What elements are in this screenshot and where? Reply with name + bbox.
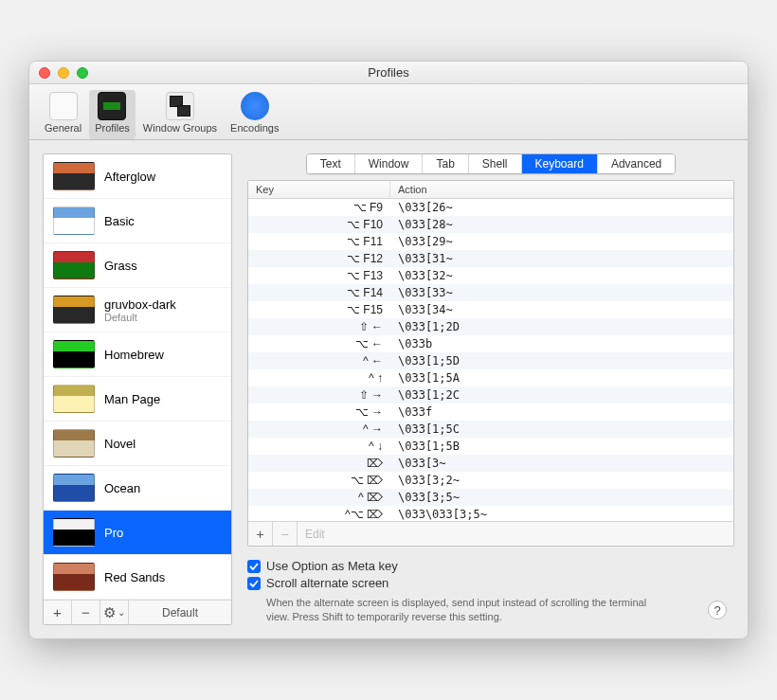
cell-key: ⌥ ← [248,335,390,352]
table-row[interactable]: ⇧ →\033[1;2C [248,386,733,404]
tab-text[interactable]: Text [307,154,355,173]
profile-thumbnail [53,296,95,324]
minimize-button[interactable] [58,67,69,79]
cell-key: ^ ⌦ [248,489,390,506]
profile-row[interactable]: Grass [44,243,231,288]
table-row[interactable]: ⌥ F9\033[26~ [248,199,733,216]
edit-mapping-button[interactable]: Edit [298,522,333,546]
profile-row[interactable]: Ocean [44,466,231,511]
set-default-button[interactable]: Default [129,601,231,624]
table-row[interactable]: ⌥ ←\033b [248,335,733,352]
table-row[interactable]: ⌥ F14\033[33~ [248,284,733,301]
main-pane: TextWindowTabShellKeyboardAdvanced Key A… [247,153,734,625]
profile-row[interactable]: Pro [44,511,231,555]
toolbar-encodings[interactable]: Encodings [225,90,284,139]
table-row[interactable]: ⌥ F10\033[28~ [248,216,733,233]
profiles-icon [98,92,126,120]
cell-action: \033[1;5D [390,352,733,369]
cell-action: \033[26~ [390,199,733,216]
profile-thumbnail [53,251,95,279]
profile-name: Homebrew [104,348,164,362]
profile-actions-menu[interactable]: ⚙︎ ⌄ [100,601,129,624]
add-mapping-button[interactable]: + [248,522,273,546]
cell-action: \033[1;5B [390,438,733,455]
option-meta-checkbox[interactable] [247,560,261,573]
cell-key: ^ ← [248,352,390,369]
cell-key: ⌥ → [248,404,390,421]
scroll-alt-checkbox[interactable] [247,577,261,590]
profiles-list[interactable]: AfterglowBasicGrassgruvbox-darkDefaultHo… [44,154,231,600]
table-row[interactable]: ⌥ F12\033[31~ [248,250,733,267]
profile-name: Novel [104,437,136,451]
toolbar-window-groups[interactable]: Window Groups [137,90,223,139]
table-row[interactable]: ^⌥ ⌦\033\033[3;5~ [248,506,733,521]
profile-row[interactable]: Homebrew [44,332,231,377]
table-row[interactable]: ⌥ ⌦\033[3;2~ [248,472,733,489]
table-row[interactable]: ^ ⌦\033[3;5~ [248,489,733,506]
toolbar-general[interactable]: General [39,90,87,139]
table-row[interactable]: ^ →\033[1;5C [248,421,733,438]
table-body[interactable]: ⌥ F9\033[26~⌥ F10\033[28~⌥ F11\033[29~⌥ … [248,199,733,521]
cell-action: \033[3~ [390,455,733,472]
tab-tab[interactable]: Tab [423,154,468,173]
profile-row[interactable]: gruvbox-darkDefault [44,288,231,332]
column-key[interactable]: Key [248,181,390,198]
cell-action: \033[1;2C [390,386,733,404]
close-button[interactable] [39,67,50,79]
profile-thumbnail [53,518,95,547]
table-row[interactable]: ⇧ ←\033[1;2D [248,318,733,335]
cell-key: ^ → [248,421,390,438]
table-row[interactable]: ^ ←\033[1;5D [248,352,733,369]
profile-row[interactable]: Basic [44,199,231,243]
column-action[interactable]: Action [390,181,733,198]
add-profile-button[interactable]: + [44,601,72,624]
sidebar-footer: + − ⚙︎ ⌄ Default [44,600,231,624]
table-row[interactable]: ⌥ F13\033[32~ [248,267,733,284]
table-row[interactable]: ⌥ →\033f [248,404,733,421]
toolbar-label: Encodings [230,122,279,134]
toolbar-label: Profiles [95,122,130,134]
window-groups-icon [166,92,194,120]
preferences-window: Profiles General Profiles Window Groups … [28,61,749,639]
content: AfterglowBasicGrassgruvbox-darkDefaultHo… [29,140,748,638]
profile-thumbnail [53,206,95,235]
table-row[interactable]: ⌥ F15\033[34~ [248,301,733,318]
cell-key: ⌥ F15 [248,301,390,318]
toolbar-profiles[interactable]: Profiles [89,90,136,139]
option-meta-row: Use Option as Meta key [247,559,734,573]
profile-name: Grass [104,259,137,273]
profile-row[interactable]: Afterglow [44,154,231,199]
tab-keyboard[interactable]: Keyboard [522,154,598,173]
titlebar: Profiles [29,62,748,84]
profile-thumbnail [53,563,95,591]
zoom-button[interactable] [77,67,88,79]
table-row[interactable]: ⌦\033[3~ [248,455,733,472]
general-icon [49,92,78,120]
tab-shell[interactable]: Shell [469,154,522,173]
tab-advanced[interactable]: Advanced [598,154,675,173]
check-icon [249,579,259,588]
profile-name: Ocean [104,481,140,495]
remove-profile-button[interactable]: − [72,601,100,624]
profile-row[interactable]: Red Sands [44,555,231,600]
gear-icon: ⚙︎ [103,604,116,621]
traffic-lights [39,67,88,79]
cell-key: ⇧ → [248,386,390,404]
cell-action: \033[32~ [390,267,733,284]
cell-key: ⌥ F9 [248,199,390,216]
tab-window[interactable]: Window [355,154,424,173]
help-button[interactable]: ? [708,601,727,619]
remove-mapping-button[interactable]: − [273,522,298,546]
cell-action: \033[3;5~ [390,489,733,506]
profile-thumbnail [53,429,95,458]
table-row[interactable]: ⌥ F11\033[29~ [248,233,733,250]
toolbar: General Profiles Window Groups Encodings [29,84,748,140]
profile-row[interactable]: Novel [44,422,231,466]
profile-row[interactable]: Man Page [44,377,231,422]
profile-tabs: TextWindowTabShellKeyboardAdvanced [247,153,734,174]
cell-key: ⌥ F13 [248,267,390,284]
cell-action: \033[1;2D [390,318,733,335]
cell-key: ⌥ ⌦ [248,472,390,489]
table-row[interactable]: ^ ↑\033[1;5A [248,369,733,386]
table-row[interactable]: ^ ↓\033[1;5B [248,438,733,455]
